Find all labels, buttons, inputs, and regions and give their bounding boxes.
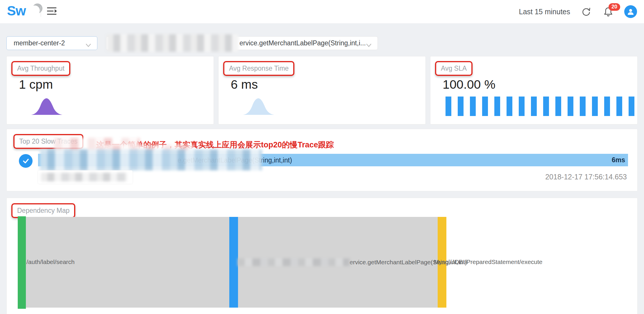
notification-badge: 20 [609,3,620,11]
sla-bar [507,97,512,116]
trace-start-time: 2018-12-17 17:56:14.653 [545,173,627,181]
sla-bars [446,97,634,116]
chevron-down-icon [366,41,372,49]
response-time-label: Avg Response Time [229,65,289,72]
trace-id-box [38,170,133,184]
dep-node-service-label-group: ervice.getMerchantLabelPage(String,int,i… [238,258,467,266]
sla-bar [494,97,500,116]
redacted-trace-id [41,173,127,181]
throughput-value: 1 cpm [19,77,53,92]
dep-node-database-label: Mysql/JDBI/PreparedStatement/execute [434,258,543,265]
sla-bar [580,97,586,116]
redacted-trace-prefix [40,149,262,170]
slow-traces-card: Top 20 Slow Traces 这是一个简单的例子，其实真实线上应用会展示… [6,129,638,191]
dependency-map-card: Dependency Map /auth/label/search ervice… [6,198,638,314]
sla-bar [531,97,537,116]
annotation-box-throughput: Avg Throughput [11,61,70,76]
trace-duration: 6ms [612,156,625,164]
sla-bar [616,97,622,116]
user-avatar[interactable] [624,5,637,18]
sla-card: Avg SLA 100.00 % [430,56,638,124]
sla-value: 100.00 % [443,77,495,92]
throughput-card: Avg Throughput 1 cpm [6,56,214,124]
refresh-button[interactable] [580,6,592,18]
response-time-mini-chart [243,97,276,115]
skywalking-logo: Sw [7,3,26,19]
service-select-value: member-center-2 [14,39,65,47]
trace-row[interactable]: e.getMerchantLabelPage(String,int,int) 6… [38,154,628,166]
sla-label: Avg SLA [441,65,467,72]
sidebar-toggle-icon[interactable] [46,6,58,16]
sla-bar [568,97,573,116]
annotation-box-response-time: Avg Response Time [223,61,294,76]
service-select[interactable]: member-center-2 [6,36,97,50]
sla-bar [458,97,464,116]
response-time-card: Avg Response Time 6 ms [218,56,426,124]
annotation-box-sla: Avg SLA [435,61,473,76]
chevron-down-icon [85,41,91,49]
time-range-selector[interactable]: Last 15 minutes [519,8,570,16]
sla-bar [543,97,549,116]
annotation-box-dependency-map: Dependency Map [11,203,75,218]
topbar-actions: Last 15 minutes 20 [519,0,637,23]
sla-bar [629,97,634,116]
dep-node-service-bar[interactable] [229,217,238,308]
throughput-mini-chart [31,97,64,115]
redacted-endpoint-prefix [107,34,238,52]
logo-text: Sw [7,3,26,18]
redacted-service-prefix [238,258,350,266]
sla-bar [555,97,561,116]
dep-node-entry-label: /auth/label/search [26,258,75,265]
sla-bar [482,97,488,116]
dep-node-entry-bar[interactable] [18,216,26,309]
sla-bar [592,97,598,116]
sla-bar [470,97,476,116]
dependency-map-title: Dependency Map [17,207,69,214]
response-time-value: 6 ms [231,77,258,92]
throughput-label: Avg Throughput [17,65,65,72]
sla-bar [519,97,525,116]
sla-bar [604,97,610,116]
trace-selected-check-icon [19,154,33,168]
filter-row: member-center-2 ervice.getMerchantLabelP… [0,36,644,50]
topbar: Sw Last 15 minutes 20 [0,0,644,23]
topbar-divider [41,6,41,17]
sla-bar [446,97,451,116]
endpoint-select-value: ervice.getMerchantLabelPage(String,int,i… [239,39,366,47]
notifications-button[interactable]: 20 [602,6,614,18]
